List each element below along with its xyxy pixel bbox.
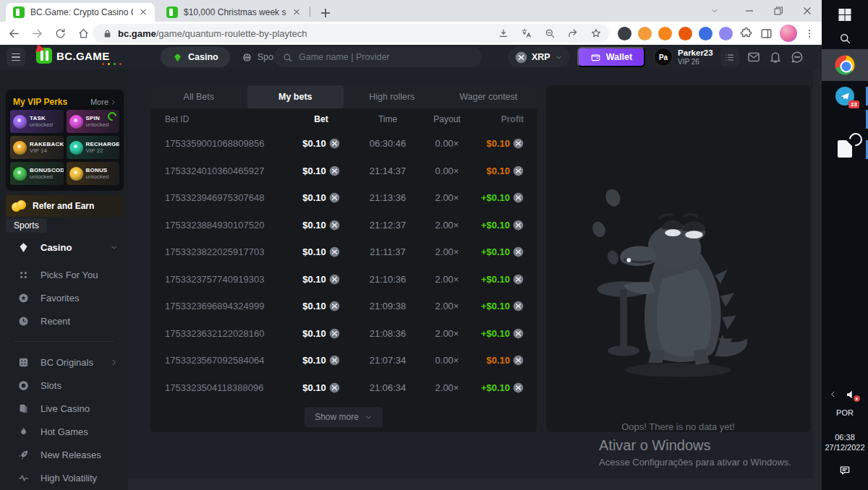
bet-table-row[interactable]: 1753323884930107520 $0.10 21:12:37 2.00×… bbox=[150, 212, 537, 239]
taskbar-clock[interactable]: 06:38 27/12/2022 bbox=[822, 433, 868, 453]
show-hidden-icons-chevron[interactable] bbox=[829, 390, 837, 398]
bet-tab-my-bets[interactable]: My bets bbox=[247, 85, 344, 108]
bet-tab-wager-contest[interactable]: Wager contest bbox=[441, 85, 537, 108]
taskbar-time: 06:38 bbox=[822, 433, 868, 443]
zoom-out-icon[interactable] bbox=[544, 27, 556, 39]
bet-table-row[interactable]: 1753323696894324999 $0.10 21:09:38 2.00×… bbox=[150, 293, 537, 320]
bell-icon[interactable] bbox=[768, 50, 783, 64]
bet-tab-all-bets[interactable]: All Bets bbox=[150, 85, 247, 108]
xrp-coin-icon bbox=[513, 138, 524, 149]
tab-search-icon[interactable] bbox=[702, 0, 728, 22]
bet-table-header: Bet ID Bet Time Payout Profit bbox=[150, 108, 537, 130]
paper-plane-extension-icon[interactable] bbox=[719, 27, 733, 40]
share-icon[interactable] bbox=[567, 27, 579, 39]
clock-icon bbox=[17, 315, 30, 327]
bet-table-row[interactable]: 1753324010360465927 $0.10 21:14:37 0.00×… bbox=[150, 158, 537, 185]
address-bar[interactable]: bc.game/game/quantum-roulette-by-playtec… bbox=[93, 24, 609, 43]
bet-table-row[interactable]: 1753323822025917703 $0.10 21:11:37 2.00×… bbox=[150, 238, 537, 266]
bet-profit: +$0.10 bbox=[481, 301, 510, 311]
home-icon[interactable] bbox=[74, 24, 93, 43]
bookmark-star-icon[interactable] bbox=[590, 27, 602, 39]
sidebar-item-high-volatility[interactable]: High Volatility bbox=[0, 466, 128, 489]
tab-close-icon[interactable] bbox=[137, 7, 149, 18]
page-scrollbar[interactable] bbox=[813, 69, 822, 490]
flame-icon bbox=[17, 426, 30, 438]
browser-tab-1[interactable]: BC.Game: Crypto Casino Games bbox=[6, 3, 155, 22]
wallet-button[interactable]: Wallet bbox=[577, 47, 645, 67]
tab-close-icon[interactable] bbox=[291, 7, 302, 18]
bet-table-row[interactable]: 1753359001068809856 $0.10 06:30:46 0.00×… bbox=[150, 130, 537, 158]
refer-and-earn-banner[interactable]: Refer and Earn bbox=[6, 195, 124, 217]
xrp-coin-icon bbox=[329, 328, 340, 339]
password-manager-extension-icon[interactable] bbox=[618, 27, 631, 40]
bcgame-favicon bbox=[166, 7, 178, 18]
bet-table-row[interactable]: 1753323504118388096 $0.10 21:06:34 2.00×… bbox=[150, 374, 537, 402]
puzzle-extensions-icon[interactable] bbox=[739, 27, 753, 40]
forward-icon[interactable] bbox=[27, 24, 46, 43]
back-icon[interactable] bbox=[4, 24, 23, 43]
perk-card-task[interactable]: TASKunlocked bbox=[10, 110, 64, 133]
speaker-muted-icon[interactable]: x bbox=[845, 388, 858, 401]
bet-table-row[interactable]: 1753323632122028160 $0.10 21:08:36 2.00×… bbox=[150, 320, 537, 348]
translate-icon[interactable] bbox=[521, 27, 532, 39]
new-tab-button[interactable] bbox=[317, 4, 334, 22]
flame-extension-icon[interactable] bbox=[678, 27, 692, 40]
bonuscode-icon bbox=[13, 167, 27, 181]
bet-table-row[interactable]: 1753323567092584064 $0.10 21:07:34 0.00×… bbox=[150, 347, 537, 374]
sidebar-item-recent[interactable]: Recent bbox=[0, 309, 128, 332]
game-search[interactable] bbox=[273, 47, 482, 67]
restore-button[interactable] bbox=[764, 0, 793, 22]
mail-icon[interactable] bbox=[746, 50, 761, 64]
browser-menu-icon[interactable] bbox=[804, 27, 815, 40]
minimize-button[interactable] bbox=[735, 0, 764, 22]
profile-check-extension-icon[interactable] bbox=[638, 27, 652, 40]
currency-selector[interactable]: XRP bbox=[508, 47, 570, 67]
perk-card-bonuscode[interactable]: BONUSCODEunlocked bbox=[10, 162, 64, 185]
sidebar-item-picks-for-you[interactable]: Picks For You bbox=[0, 263, 128, 286]
sidebar-item-casino[interactable]: Casino bbox=[0, 236, 128, 259]
download-icon[interactable] bbox=[498, 27, 509, 39]
taskbar-search-icon[interactable] bbox=[838, 32, 851, 45]
perk-card-recharge[interactable]: RECHARGEVIP 22 bbox=[67, 136, 120, 159]
user-profile[interactable]: Pa Parker23 VIP 26 bbox=[654, 48, 713, 66]
perk-card-spin[interactable]: SPINunlocked bbox=[67, 110, 120, 133]
perk-card-bonus[interactable]: BONUSunlocked bbox=[67, 162, 120, 185]
action-center-icon[interactable] bbox=[838, 464, 851, 477]
bet-tab-high-rollers[interactable]: High rollers bbox=[344, 85, 441, 108]
sidebar: My VIP Perks More TASKunlockedSPINunlock… bbox=[0, 69, 128, 490]
sidebar-item-bc-originals[interactable]: BC Originals bbox=[0, 351, 128, 374]
shield-extension-icon[interactable] bbox=[699, 27, 712, 40]
side-panel-icon[interactable] bbox=[760, 27, 773, 40]
bet-table-row[interactable]: 1753323757740919303 $0.10 21:10:36 2.00×… bbox=[150, 266, 537, 293]
gold-coins-icon bbox=[12, 200, 26, 212]
bet-time: 21:07:34 bbox=[356, 355, 420, 366]
browser-tab-2[interactable]: $10,000 Christmas week special bbox=[159, 3, 308, 22]
metamask-extension-icon[interactable] bbox=[658, 27, 672, 40]
taskbar-chrome-active[interactable] bbox=[822, 49, 868, 81]
bet-table-row[interactable]: 1753323946975307648 $0.10 21:13:36 2.00×… bbox=[150, 184, 537, 212]
chat-icon[interactable] bbox=[790, 50, 804, 64]
sidebar-item-hot-games[interactable]: Hot Games bbox=[0, 420, 128, 443]
taskbar-telegram-icon[interactable]: 23 bbox=[835, 87, 854, 106]
sidebar-item-favorites[interactable]: Favorites bbox=[0, 286, 128, 309]
reload-icon[interactable] bbox=[51, 24, 69, 43]
hamburger-menu-icon[interactable] bbox=[7, 48, 25, 66]
language-indicator[interactable]: POR bbox=[822, 408, 868, 417]
sidebar-item-new-releases[interactable]: New Releases bbox=[0, 443, 128, 466]
taskbar-notepad-icon[interactable] bbox=[838, 140, 852, 158]
site-logo[interactable]: BC.GAME bbox=[36, 48, 110, 64]
close-window-button[interactable] bbox=[793, 0, 822, 22]
recharge-icon bbox=[69, 141, 83, 155]
windows-start-button[interactable] bbox=[839, 9, 851, 21]
nav-casino-button[interactable]: Casino bbox=[161, 47, 230, 67]
bet-list-button[interactable] bbox=[720, 48, 739, 66]
game-search-input[interactable] bbox=[299, 52, 473, 62]
perk-card-rakeback[interactable]: RAKEBACKVIP 14 bbox=[10, 136, 64, 159]
vip-perks-more-link[interactable]: More bbox=[90, 98, 116, 106]
sidebar-item-slots[interactable]: Slots bbox=[0, 374, 128, 397]
sidebar-item-live-casino[interactable]: Live Casino bbox=[0, 397, 128, 420]
browser-profile-avatar[interactable] bbox=[780, 25, 797, 42]
show-more-button[interactable]: Show more bbox=[305, 407, 383, 427]
grid-icon bbox=[17, 269, 30, 281]
xrp-coin-icon bbox=[329, 274, 340, 285]
